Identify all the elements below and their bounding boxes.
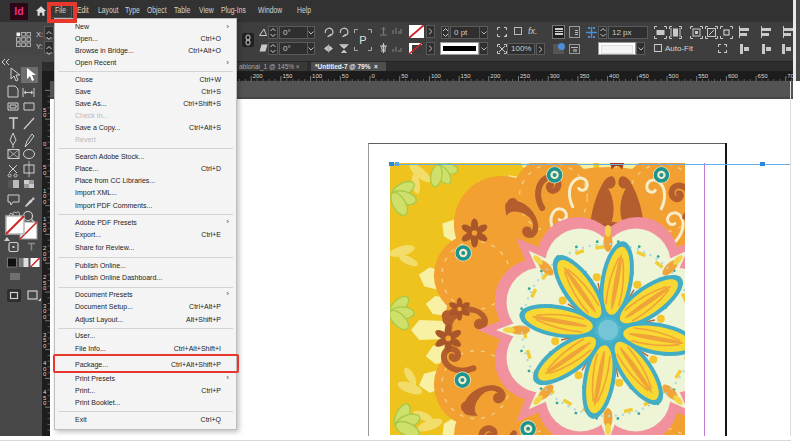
- svg-text:200: 200: [490, 72, 501, 78]
- svg-text:50: 50: [342, 72, 349, 78]
- svg-text:200: 200: [253, 72, 264, 78]
- svg-text:0: 0: [43, 199, 47, 205]
- svg-text:650: 650: [758, 72, 769, 78]
- svg-text:50: 50: [401, 72, 408, 78]
- svg-text:300: 300: [550, 72, 561, 78]
- svg-text:0: 0: [43, 112, 47, 118]
- svg-text:100: 100: [431, 72, 442, 78]
- svg-text:500: 500: [669, 72, 680, 78]
- svg-text:0: 0: [372, 72, 376, 78]
- svg-text:0: 0: [43, 314, 47, 320]
- svg-text:350: 350: [579, 72, 590, 78]
- svg-text:0: 0: [43, 141, 47, 147]
- svg-text:450: 450: [639, 72, 650, 78]
- svg-text:0: 0: [43, 256, 47, 262]
- svg-text:100: 100: [312, 72, 323, 78]
- svg-text:250: 250: [520, 72, 531, 78]
- svg-text:150: 150: [282, 72, 293, 78]
- svg-text:0: 0: [43, 343, 47, 349]
- svg-text:600: 600: [728, 72, 739, 78]
- svg-text:150: 150: [461, 72, 472, 78]
- svg-text:550: 550: [698, 72, 709, 78]
- svg-text:400: 400: [609, 72, 620, 78]
- svg-text:0: 0: [43, 170, 47, 176]
- svg-text:0: 0: [43, 400, 47, 406]
- svg-text:0: 0: [43, 285, 47, 291]
- svg-text:0: 0: [43, 227, 47, 233]
- svg-text:0: 0: [43, 371, 47, 377]
